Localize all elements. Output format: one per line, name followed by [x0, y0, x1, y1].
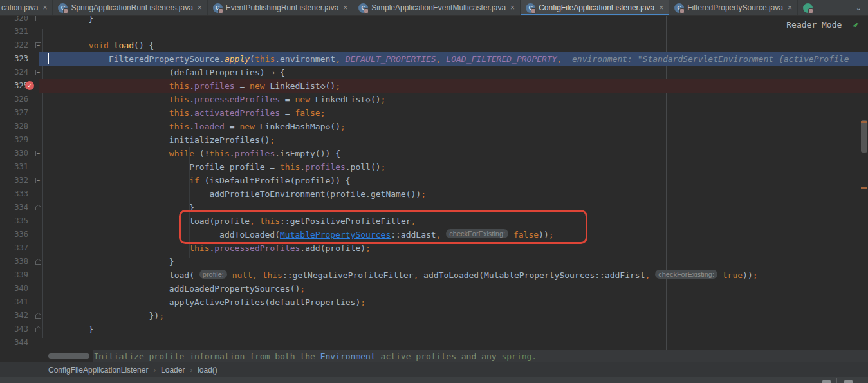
- code-line-323[interactable]: 323 FilteredPropertySource.apply(this.en…: [0, 52, 868, 66]
- tab-overflow-chevron-icon[interactable]: ⌄: [849, 0, 868, 15]
- breadcrumb-item-method[interactable]: load(): [198, 366, 217, 375]
- tab-close-icon[interactable]: ×: [198, 3, 202, 12]
- fold-marker-icon[interactable]: [28, 16, 48, 25]
- code-line-334[interactable]: 334 }: [0, 201, 868, 214]
- line-number[interactable]: 320: [0, 16, 28, 25]
- code-line-325[interactable]: 325 this.profiles = new LinkedList◇();✓: [0, 79, 868, 93]
- tab-overflow-file[interactable]: [798, 0, 818, 15]
- line-number[interactable]: 326: [0, 93, 28, 106]
- fold-marker-icon[interactable]: −: [28, 147, 48, 160]
- line-number[interactable]: 328: [0, 120, 28, 133]
- line-number[interactable]: 334: [0, 201, 28, 214]
- code-line-344[interactable]: 344: [0, 336, 868, 350]
- tab-close-icon[interactable]: ×: [659, 3, 663, 12]
- breadcrumb-item-class[interactable]: ConfigFileApplicationListener: [48, 366, 148, 375]
- code-line-338[interactable]: 338 }: [0, 255, 868, 268]
- breadcrumb-separator-icon: ›: [153, 366, 156, 374]
- javadoc-preview-line[interactable]: Initialize profile information from both…: [0, 350, 868, 362]
- error-stripe-mark[interactable]: [861, 187, 867, 189]
- breakpoint-icon[interactable]: ✓: [25, 81, 34, 90]
- tab-FilteredPropertySource.java[interactable]: CFilteredPropertySource.java×: [669, 0, 798, 15]
- reader-mode-check-icon[interactable]: ✓✓: [853, 20, 859, 30]
- code-line-332[interactable]: 332− if (isDefaultProfile(profile)) {: [0, 174, 868, 187]
- fold-gutter: [28, 106, 48, 120]
- tab-label: EventPublishingRunListener.java: [226, 3, 338, 12]
- line-number[interactable]: 339: [0, 268, 28, 282]
- line-number[interactable]: 338: [0, 255, 28, 268]
- code-line-339[interactable]: 339 load( profile: null, this::getNegati…: [0, 268, 868, 282]
- line-number[interactable]: 321: [0, 25, 28, 39]
- line-number[interactable]: 331: [0, 160, 28, 174]
- line-number[interactable]: 329: [0, 133, 28, 147]
- horizontal-scrollbar-thumb[interactable]: [48, 353, 89, 359]
- breadcrumb-item-inner-class[interactable]: Loader: [161, 366, 185, 375]
- parameter-hint: checkForExisting:: [655, 270, 717, 279]
- fold-marker-icon[interactable]: [28, 255, 48, 268]
- code-line-333[interactable]: 333 addProfileToEnvironment(profile.getN…: [0, 187, 868, 201]
- code-line-340[interactable]: 340 addLoadedPropertySources();: [0, 282, 868, 295]
- code-text: addLoadedPropertySources();: [48, 282, 305, 295]
- code-line-331[interactable]: 331 Profile profile = this.profiles.poll…: [0, 160, 868, 174]
- fold-gutter: [28, 336, 48, 350]
- tab-SpringApplicationRunListeners.java[interactable]: CSpringApplicationRunListeners.java×: [53, 0, 207, 15]
- fold-marker-icon[interactable]: [28, 201, 48, 214]
- line-number[interactable]: 322: [0, 39, 28, 52]
- error-stripe-mark[interactable]: [861, 121, 867, 123]
- code-line-327[interactable]: 327 this.activatedProfiles = false;: [0, 106, 868, 120]
- tab-EventPublishingRunListener.java[interactable]: CEventPublishingRunListener.java×: [208, 0, 353, 15]
- tab-close-icon[interactable]: ×: [42, 3, 47, 12]
- tab-SimpleApplicationEventMulticaster.java[interactable]: CSimpleApplicationEventMulticaster.java×: [353, 0, 521, 15]
- reader-mode-label[interactable]: Reader Mode: [786, 20, 842, 30]
- line-number[interactable]: [0, 350, 28, 362]
- fold-marker-icon[interactable]: −: [28, 66, 48, 79]
- line-number[interactable]: 343: [0, 322, 28, 336]
- line-number[interactable]: 340: [0, 282, 28, 295]
- code-text: });: [48, 309, 164, 322]
- line-number[interactable]: 342: [0, 309, 28, 322]
- line-number[interactable]: 333: [0, 187, 28, 201]
- code-line-328[interactable]: 328 this.loaded = new LinkedHashMap◇();: [0, 120, 868, 133]
- line-number[interactable]: 337: [0, 241, 28, 255]
- line-number[interactable]: 324: [0, 66, 28, 79]
- tab-close-icon[interactable]: ×: [343, 3, 347, 12]
- line-number[interactable]: 341: [0, 295, 28, 309]
- tab-cation.java[interactable]: cation.java×: [0, 0, 53, 15]
- tab-label: FilteredPropertySource.java: [687, 3, 783, 12]
- fold-marker-icon[interactable]: [28, 309, 48, 322]
- code-editor[interactable]: 320 }321322− void load() {323 FilteredPr…: [0, 16, 868, 362]
- line-number[interactable]: 344: [0, 336, 28, 350]
- line-number[interactable]: 327: [0, 106, 28, 120]
- line-number[interactable]: 325: [0, 79, 28, 93]
- tab-close-icon[interactable]: ×: [510, 3, 515, 12]
- line-number[interactable]: 330: [0, 147, 28, 160]
- code-line-326[interactable]: 326 this.processedProfiles = new LinkedL…: [0, 93, 868, 106]
- line-number[interactable]: 336: [0, 228, 28, 241]
- tab-close-icon[interactable]: ×: [788, 3, 792, 12]
- fold-marker-icon[interactable]: −: [28, 174, 48, 187]
- code-line-337[interactable]: 337 this.processedProfiles.add(profile);: [0, 241, 868, 255]
- fold-gutter: [28, 93, 48, 106]
- code-line-342[interactable]: 342 });: [0, 309, 868, 322]
- code-line-336[interactable]: 336 addToLoaded(MutablePropertySources::…: [0, 228, 868, 241]
- code-line-329[interactable]: 329 initializeProfiles();: [0, 133, 868, 147]
- code-line-324[interactable]: 324− (defaultProperties) → {: [0, 66, 868, 79]
- code-line-330[interactable]: 330− while (!this.profiles.isEmpty()) {: [0, 147, 868, 160]
- code-line-320[interactable]: 320 }: [0, 16, 868, 25]
- status-icon[interactable]: [844, 380, 853, 383]
- fold-marker-icon[interactable]: −: [28, 39, 48, 52]
- code-line-341[interactable]: 341 applyActiveProfiles(defaultPropertie…: [0, 295, 868, 309]
- code-line-321[interactable]: 321: [0, 25, 868, 39]
- code-line-343[interactable]: 343 }: [0, 322, 868, 336]
- line-number[interactable]: 335: [0, 214, 28, 228]
- fold-gutter: [28, 228, 48, 241]
- status-icon[interactable]: [822, 380, 831, 383]
- code-line-322[interactable]: 322− void load() {: [0, 39, 868, 52]
- line-number[interactable]: 332: [0, 174, 28, 187]
- fold-marker-icon[interactable]: [28, 322, 48, 336]
- code-text: if (isDefaultProfile(profile)) {: [48, 174, 351, 187]
- line-number[interactable]: 323: [0, 52, 28, 66]
- code-line-335[interactable]: 335 load(profile, this::getPositiveProfi…: [0, 214, 868, 228]
- tab-ConfigFileApplicationListener.java[interactable]: CConfigFileApplicationListener.java×: [521, 0, 669, 15]
- reader-mode-toggle[interactable]: Reader Mode ✓✓: [786, 19, 859, 30]
- vertical-scrollbar-thumb[interactable]: [861, 120, 867, 153]
